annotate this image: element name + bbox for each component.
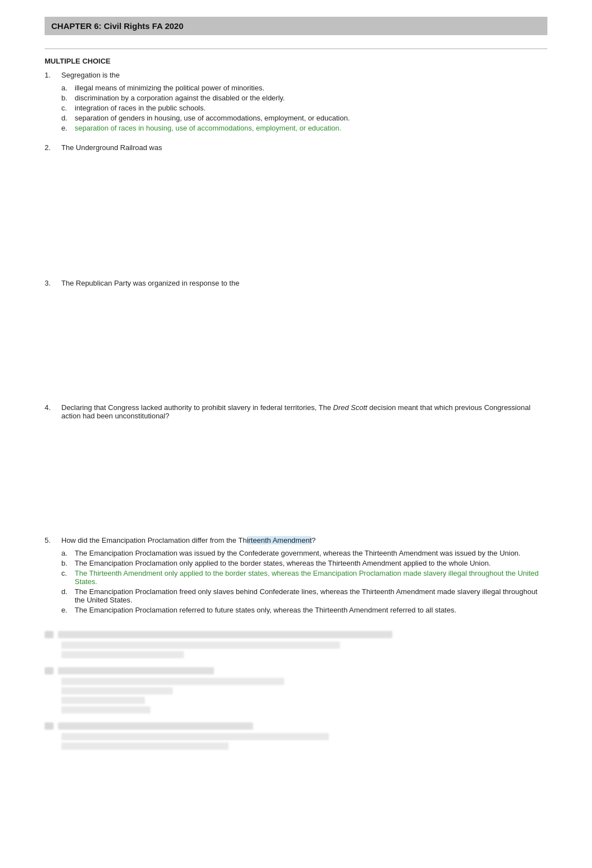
section-title: MULTIPLE CHOICE	[45, 57, 547, 65]
answer-1c: c. integration of races in the public sc…	[45, 104, 547, 112]
answer-1d: d. separation of genders in housing, use…	[45, 114, 547, 122]
answer-5e-text: The Emancipation Proclamation referred t…	[75, 606, 547, 614]
answer-1a-letter: a.	[61, 84, 70, 92]
question-3-row: 3. The Republican Party was organized in…	[45, 279, 547, 287]
thirteenth-highlight: irteenth Amendment	[247, 536, 312, 544]
answer-5a: a. The Emancipation Proclamation was iss…	[45, 549, 547, 557]
chapter-title: CHAPTER 6: Civil Rights FA 2020	[51, 21, 541, 31]
question-1-row: 1. Segregation is the	[45, 71, 547, 79]
chapter-header: CHAPTER 6: Civil Rights FA 2020	[45, 17, 547, 35]
answer-5e-letter: e.	[61, 606, 70, 614]
answer-5c-letter: c.	[61, 569, 70, 586]
answer-5e: e. The Emancipation Proclamation referre…	[45, 606, 547, 614]
question-1-number: 1.	[45, 71, 58, 79]
question-1-text: Segregation is the	[61, 71, 547, 79]
question-4: 4. Declaring that Congress lacked author…	[45, 403, 547, 525]
answer-5b-letter: b.	[61, 559, 70, 567]
answer-5d-letter: d.	[61, 587, 70, 604]
blurred-block-2	[45, 667, 547, 713]
question-3-space	[45, 292, 547, 392]
answer-5d: d. The Emancipation Proclamation freed o…	[45, 587, 547, 604]
page: CHAPTER 6: Civil Rights FA 2020 MULTIPLE…	[0, 0, 592, 868]
question-2-text: The Underground Railroad was	[61, 143, 547, 152]
answer-1c-text: integration of races in the public schoo…	[75, 104, 547, 112]
question-2-row: 2. The Underground Railroad was	[45, 143, 547, 152]
answer-1a-text: illegal means of minimizing the politica…	[75, 84, 547, 92]
answer-1d-text: separation of genders in housing, use of…	[75, 114, 547, 122]
answer-1e-text: separation of races in housing, use of a…	[75, 124, 547, 132]
question-4-space	[45, 425, 547, 525]
questions-container: 1. Segregation is the a. illegal means o…	[45, 71, 547, 614]
question-5-text: How did the Emancipation Proclamation di…	[61, 536, 547, 544]
question-4-text: Declaring that Congress lacked authority…	[61, 403, 547, 420]
question-2-space	[45, 156, 547, 268]
answer-1b: b. discrimination by a corporation again…	[45, 94, 547, 102]
question-1-answers: a. illegal means of minimizing the polit…	[45, 84, 547, 132]
answer-1a: a. illegal means of minimizing the polit…	[45, 84, 547, 92]
answer-5b-text: The Emancipation Proclamation only appli…	[75, 559, 547, 567]
question-2: 2. The Underground Railroad was	[45, 143, 547, 268]
question-5-row: 5. How did the Emancipation Proclamation…	[45, 536, 547, 544]
question-1: 1. Segregation is the a. illegal means o…	[45, 71, 547, 132]
answer-1c-letter: c.	[61, 104, 70, 112]
dred-scott-italic: Dred Scott	[333, 403, 367, 412]
answer-1b-text: discrimination by a corporation against …	[75, 94, 547, 102]
question-4-number: 4.	[45, 403, 58, 420]
answer-1d-letter: d.	[61, 114, 70, 122]
question-4-row: 4. Declaring that Congress lacked author…	[45, 403, 547, 420]
question-5: 5. How did the Emancipation Proclamation…	[45, 536, 547, 614]
question-3-text: The Republican Party was organized in re…	[61, 279, 547, 287]
answer-5a-text: The Emancipation Proclamation was issued…	[75, 549, 547, 557]
question-5-answers: a. The Emancipation Proclamation was iss…	[45, 549, 547, 614]
answer-1e-letter: e.	[61, 124, 70, 132]
question-2-number: 2.	[45, 143, 58, 152]
answer-5b: b. The Emancipation Proclamation only ap…	[45, 559, 547, 567]
answer-1e: e. separation of races in housing, use o…	[45, 124, 547, 132]
question-3: 3. The Republican Party was organized in…	[45, 279, 547, 392]
answer-5c-text: The Thirteenth Amendment only applied to…	[75, 569, 547, 586]
question-5-number: 5.	[45, 536, 58, 544]
answer-1b-letter: b.	[61, 94, 70, 102]
blurred-content	[45, 631, 547, 750]
question-3-number: 3.	[45, 279, 58, 287]
blurred-block-3	[45, 722, 547, 750]
answer-5d-text: The Emancipation Proclamation freed only…	[75, 587, 547, 604]
answer-5c: c. The Thirteenth Amendment only applied…	[45, 569, 547, 586]
answer-5a-letter: a.	[61, 549, 70, 557]
blurred-block-1	[45, 631, 547, 658]
divider	[45, 49, 547, 49]
